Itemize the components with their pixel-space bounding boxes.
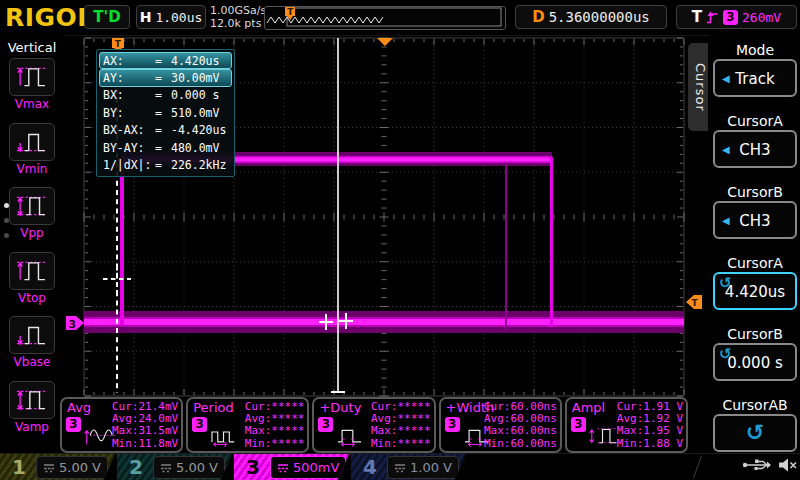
measure-item-label: Vpp	[0, 226, 64, 240]
measurement-max: Max:1.95 V	[617, 425, 683, 437]
trigger-settings-box[interactable]: T 3 260mV	[676, 5, 797, 29]
soft-menu-value-box[interactable]: ↺ 4.420us	[713, 272, 797, 310]
measurement-cell[interactable]: Period 3 Cur:***** Avg:***** Max:***** M…	[186, 397, 309, 453]
left-menu-item[interactable]: Vtop	[0, 249, 64, 314]
top-status-bar: RIGOL T'D H 1.00us 1.00GSa/s 12.0k pts T…	[0, 0, 800, 36]
menu-page-indicator	[4, 203, 9, 238]
horizontal-scale-box[interactable]: H 1.00us	[136, 5, 206, 29]
sample-rate: 1.00GSa/s	[210, 4, 266, 17]
cursor-menu-tab[interactable]: Cursor	[688, 43, 708, 131]
page-dot	[4, 203, 9, 208]
soft-menu-item[interactable]: CursorA ↺ 4.420us	[710, 255, 800, 319]
soft-menu-label: Mode	[710, 42, 800, 58]
horizontal-delay-box[interactable]: D 5.36000000us	[515, 5, 667, 29]
measurement-cell[interactable]: +Width 3 Cur:60.00ns Avg:60.00ns Max:60.…	[439, 397, 562, 453]
measurement-values: Cur:1.91 V Avg:1.92 V Max:1.95 V Min:1.8…	[617, 401, 683, 450]
channel-scale-value: 1.00 V	[410, 460, 452, 475]
equals-sign: =	[155, 88, 171, 102]
cursor-readout-label: AX:	[103, 54, 155, 68]
soft-menu-label: CursorAB	[710, 397, 800, 413]
soft-menu-value: 0.000 s	[727, 354, 783, 372]
cursor-readout-value: -4.420us	[171, 123, 228, 137]
measurement-name: Ampl	[572, 400, 605, 415]
soft-menu-item[interactable]: CursorB ◀ CH3	[710, 184, 800, 248]
channel-status[interactable]: 1 5.00 V	[0, 454, 115, 480]
d-label: D	[532, 8, 544, 26]
oscilloscope-screen: RIGOL T'D H 1.00us 1.00GSa/s 12.0k pts T…	[0, 0, 800, 480]
chevron-left-icon: ◀	[722, 144, 730, 155]
chevron-left-icon: ◀	[722, 73, 730, 84]
left-menu-item[interactable]: Vbase	[0, 313, 64, 378]
chevron-left-icon: ◀	[722, 215, 730, 226]
rotate-knob-icon: ↺	[746, 420, 764, 445]
status-icons	[742, 456, 798, 474]
measurement-min: Min:11.8mV	[112, 438, 178, 450]
cursor-readout-row: AY: = 30.00mV	[99, 69, 232, 86]
soft-menu-value-box[interactable]: ◀ CH3	[713, 130, 797, 168]
measurement-icon	[333, 420, 371, 449]
trigger-status-badge: T'D	[84, 5, 130, 29]
left-menu-item[interactable]: Vmax	[0, 55, 64, 120]
channel-scale-value: 5.00 V	[59, 460, 101, 475]
channel-number: 2	[123, 454, 149, 480]
soft-menu-item[interactable]: Mode ◀ Track	[710, 42, 800, 106]
soft-menu-value: CH3	[739, 212, 770, 230]
page-dot	[4, 233, 9, 238]
equals-sign: =	[155, 123, 171, 137]
soft-menu-value-box[interactable]: ◀ Track	[713, 59, 797, 97]
left-menu-item[interactable]: Vmin	[0, 120, 64, 185]
trigger-level-value: 260mV	[742, 10, 781, 25]
equals-sign: =	[155, 106, 171, 120]
channel-status[interactable]: 4 1.00 V	[351, 454, 466, 480]
soft-menu-item[interactable]: CursorA ◀ CH3	[710, 113, 800, 177]
left-menu-item[interactable]: Vamp	[0, 378, 64, 443]
cursor-readout-row: 1/|dX|: = 226.2kHz	[99, 156, 232, 173]
soft-menu-value-box[interactable]: ↺ 0.000 s	[713, 343, 797, 381]
measure-item-label: Vbase	[0, 355, 64, 369]
soft-menu-value-box[interactable]: ↺	[713, 414, 797, 452]
acquisition-info: 1.00GSa/s 12.0k pts	[210, 4, 266, 30]
ch3-ground-marker[interactable]: 3	[66, 316, 84, 331]
soft-menu-item[interactable]: CursorB ↺ 0.000 s	[710, 326, 800, 390]
soft-menu-value-box[interactable]: ◀ CH3	[713, 201, 797, 239]
measure-item-label: Vtop	[0, 291, 64, 305]
svg-text:T: T	[692, 298, 699, 308]
trigger-level-marker[interactable]: T	[686, 295, 702, 309]
channel-scale-box: 1.00 V	[387, 456, 459, 479]
measure-item-icon	[9, 123, 55, 161]
ch3-waveform	[84, 152, 684, 333]
left-menu-item[interactable]: Vpp	[0, 184, 64, 249]
measure-item-icon	[9, 252, 55, 290]
measurement-cell[interactable]: Ampl 3 Cur:1.91 V Avg:1.92 V Max:1.95 V	[565, 397, 688, 453]
measurement-results-bar: Avg 3 Cur:21.4mV Avg:24.0mV Max:31.5mV	[60, 397, 688, 453]
measurement-source-badge: 3	[66, 417, 81, 432]
channel-scale-value: 5.00 V	[176, 460, 218, 475]
cursor-readout-label: BY:	[103, 106, 155, 120]
preview-waveform: T	[265, 7, 503, 27]
cursor-readout-value: 4.420us	[171, 54, 228, 68]
soft-menu-label: CursorA	[710, 113, 800, 129]
cursor-readout-row: BX-AX: = -4.420us	[99, 122, 232, 139]
speaker-muted-icon[interactable]	[778, 456, 798, 474]
measurement-max: Max:31.5mV	[112, 425, 178, 437]
channel-number: 1	[6, 454, 32, 480]
cursor-readout-row: BX: = 0.000 s	[99, 87, 232, 104]
measurement-values: Cur:***** Avg:***** Max:***** Min:*****	[371, 401, 431, 450]
measurement-min: Min:*****	[245, 438, 305, 450]
right-soft-menu: Mode ◀ Track CursorA ◀ CH3	[710, 35, 800, 455]
measurement-min: Min:*****	[371, 438, 431, 450]
equals-sign: =	[155, 158, 171, 172]
measurement-cell[interactable]: Avg 3 Cur:21.4mV Avg:24.0mV Max:31.5mV	[60, 397, 183, 453]
measurement-cell[interactable]: +Duty 3 Cur:***** Avg:***** Max:*****	[312, 397, 435, 453]
cursor-readout-value: 480.0mV	[171, 141, 228, 155]
waveform-display-area: 3 T T	[64, 35, 710, 397]
usb-icon	[742, 456, 772, 474]
channel-status[interactable]: 2 5.00 V	[117, 454, 232, 480]
channel-scale-box: 500mV	[270, 456, 346, 479]
cursor-readout-value: 510.0mV	[171, 106, 228, 120]
channel-status[interactable]: 3 500mV	[234, 454, 349, 480]
measurement-max: Max:60.00ns	[484, 425, 557, 437]
coupling-icon	[277, 463, 289, 473]
soft-menu-item[interactable]: CursorAB ↺	[710, 397, 800, 461]
screen-center-marker	[377, 38, 393, 46]
